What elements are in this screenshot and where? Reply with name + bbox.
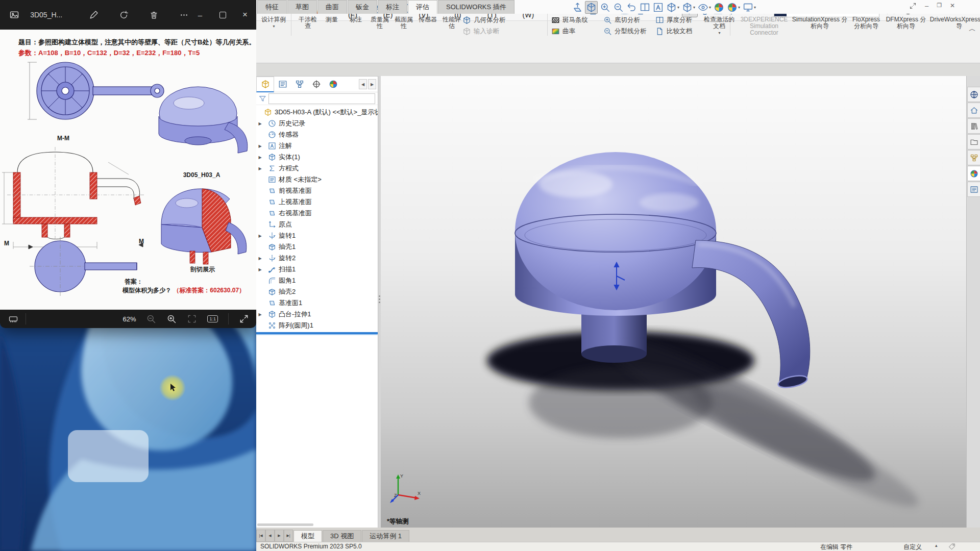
tree-item-9[interactable]: 原点 — [256, 219, 378, 230]
tree-item-16[interactable]: 基准面1 — [256, 297, 378, 309]
doc-nav-1[interactable]: ◀ — [265, 530, 275, 542]
tab-4[interactable]: 标注 — [378, 0, 407, 14]
appearances-tab[interactable] — [967, 166, 980, 181]
configurationmanager-tab[interactable] — [291, 77, 308, 91]
tree-item-2[interactable]: ▶注解 — [256, 140, 378, 152]
dimxpertmanager-tab[interactable] — [308, 77, 325, 91]
zoom-out-icon[interactable] — [146, 314, 156, 324]
filmstrip-icon[interactable] — [8, 314, 18, 324]
panel-tabs-left-icon[interactable]: ◀ — [359, 79, 367, 89]
status-customize-arrow[interactable]: ▴ — [935, 543, 938, 548]
tab-3[interactable]: 钣金 — [348, 0, 377, 14]
tab-2[interactable]: 曲面 — [317, 0, 347, 14]
file-explorer-tab[interactable] — [967, 134, 980, 149]
view-orientation-button[interactable]: ▾ — [666, 2, 680, 13]
status-customize[interactable]: 自定义 — [903, 543, 922, 551]
design-study-button-dropdown-icon[interactable]: ▾ — [273, 23, 275, 30]
photos-maximize-button[interactable] — [211, 0, 234, 30]
tab-0[interactable]: 特征 — [257, 0, 287, 14]
tree-item-18[interactable]: 阵列(圆周)1 — [256, 320, 378, 331]
home-tab[interactable] — [967, 103, 980, 118]
graphics-viewport[interactable]: Y X Z *等轴测 — [381, 76, 966, 528]
tree-item-15[interactable]: 抽壳2 — [256, 286, 378, 297]
custom-properties-tab[interactable] — [967, 182, 980, 197]
tree-item-4[interactable]: ▶方程式 — [256, 163, 378, 174]
tree-item-1[interactable]: 传感器 — [256, 129, 378, 140]
doc-tab-0[interactable]: 模型 — [293, 530, 322, 542]
zoom-fit-button[interactable] — [599, 2, 611, 13]
section-view-button[interactable] — [639, 2, 651, 13]
previous-view-button[interactable] — [626, 2, 638, 13]
displaymanager-tab[interactable] — [325, 77, 341, 91]
photos-action-3[interactable] — [179, 10, 189, 19]
tree-item-13[interactable]: ▶扫描1 — [256, 264, 378, 275]
display-style-icon-dropdown[interactable]: ▾ — [693, 5, 695, 10]
ribbon-collapse-icon[interactable]: ︿ — [969, 24, 976, 34]
threedexperience-tab[interactable] — [967, 87, 980, 102]
tab-5[interactable]: 评估 — [408, 0, 437, 14]
tree-item-0[interactable]: ▶历史记录 — [256, 118, 378, 129]
tree-horizontal-scrollbar[interactable] — [257, 523, 313, 526]
apply-scene-icon-dropdown[interactable]: ▾ — [738, 5, 740, 10]
doc-link-icon[interactable] — [909, 2, 917, 10]
display-style-button[interactable]: ▾ — [681, 2, 696, 13]
normal-to-button[interactable] — [572, 2, 583, 13]
tab-1[interactable]: 草图 — [287, 0, 317, 14]
tree-item-4-arrow[interactable]: ▶ — [256, 166, 264, 171]
check-active-doc-button-dropdown-icon[interactable]: ▾ — [718, 30, 720, 36]
analysis-0-2[interactable]: 曲率 — [551, 26, 588, 37]
tree-item-8[interactable]: 右视基准面 — [256, 208, 378, 219]
tree-item-10[interactable]: ▶旋转1 — [256, 230, 378, 241]
tab-6[interactable]: SOLIDWORKS 插件 — [438, 0, 514, 14]
tree-item-0-arrow[interactable]: ▶ — [256, 121, 264, 126]
tree-item-14[interactable]: 圆角1 — [256, 275, 378, 286]
apply-scene-button[interactable]: ▾ — [726, 2, 741, 13]
tree-item-12-arrow[interactable]: ▶ — [256, 256, 264, 261]
check-stack-1[interactable]: 几何体分析 — [462, 15, 520, 26]
tree-item-2-arrow[interactable]: ▶ — [256, 144, 264, 148]
tree-item-7[interactable]: 上视基准面 — [256, 196, 378, 208]
doc-tab-2[interactable]: 运动算例 1 — [362, 530, 409, 542]
analysis-0-1[interactable]: 斑马条纹 — [551, 15, 588, 26]
photos-minimize-button[interactable]: – — [189, 0, 211, 30]
tree-item-17[interactable]: ▶凸台-拉伸1 — [256, 309, 378, 320]
tree-item-3-arrow[interactable]: ▶ — [256, 155, 264, 160]
photos-action-1[interactable] — [119, 10, 129, 19]
hide-show-button[interactable]: ▾ — [697, 2, 712, 13]
rollback-bar[interactable] — [256, 332, 378, 334]
panel-tabs-right-icon[interactable]: ▶ — [368, 79, 376, 89]
tree-item-3[interactable]: ▶实体(1) — [256, 152, 378, 163]
doc-restore-icon[interactable]: ❐ — [937, 2, 942, 10]
analysis-2-2[interactable]: 比较文档 — [655, 26, 692, 37]
view-settings-icon-dropdown[interactable]: ▾ — [754, 5, 756, 10]
photos-close-button[interactable]: × — [234, 0, 256, 30]
tree-item-6[interactable]: 前视基准面 — [256, 185, 378, 196]
doc-tab-1[interactable]: 3D 视图 — [323, 530, 361, 542]
tree-item-12[interactable]: ▶旋转2 — [256, 253, 378, 264]
analysis-2-1[interactable]: 厚度分析 — [655, 15, 692, 26]
propertymanager-tab[interactable] — [274, 77, 291, 91]
tree-item-10-arrow[interactable]: ▶ — [256, 234, 264, 238]
zoom-area-button[interactable] — [612, 2, 624, 13]
photos-action-2[interactable] — [149, 10, 159, 19]
analysis-1-1[interactable]: 底切分析 — [603, 15, 647, 26]
zoom-in-icon[interactable] — [166, 314, 177, 324]
annotation-views-button[interactable] — [652, 2, 664, 13]
fit-to-window-icon[interactable] — [187, 314, 197, 324]
hide-show-icon-dropdown[interactable]: ▾ — [709, 5, 711, 10]
view-cube-button[interactable] — [585, 1, 598, 14]
doc-close-icon[interactable]: ✕ — [950, 2, 955, 10]
doc-nav-0[interactable]: |◀ — [256, 530, 265, 542]
tree-root[interactable]: 3D05-H03-A (默认) <<默认>_显示状态 — [256, 107, 378, 118]
tree-item-13-arrow[interactable]: ▶ — [256, 267, 264, 272]
edit-appearance-button[interactable] — [713, 2, 725, 13]
view-orientation-icon-dropdown[interactable]: ▾ — [677, 5, 679, 10]
filter-input[interactable] — [268, 93, 375, 104]
status-tag-icon[interactable] — [948, 543, 955, 550]
tree-item-17-arrow[interactable]: ▶ — [256, 312, 264, 317]
view-palette-tab[interactable] — [967, 150, 980, 165]
fullscreen-icon[interactable] — [239, 314, 249, 324]
doc-minimize-icon[interactable]: – — [925, 2, 928, 10]
view-settings-button[interactable]: ▾ — [742, 2, 756, 13]
doc-nav-3[interactable]: ▶| — [284, 530, 293, 542]
